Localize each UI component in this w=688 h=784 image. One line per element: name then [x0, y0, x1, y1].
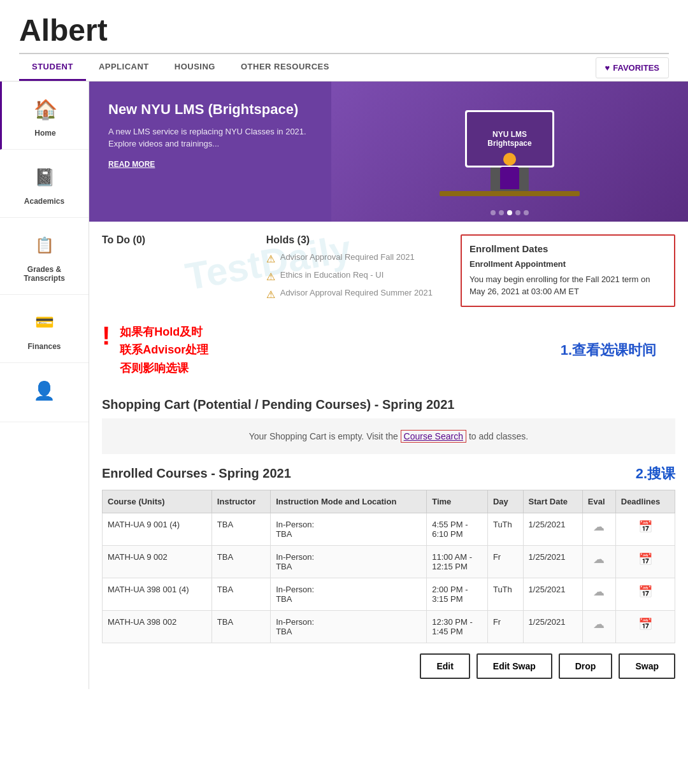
col-eval: Eval — [582, 490, 615, 513]
cell-day-3: Fr — [487, 610, 523, 643]
banner-description: A new LMS service is replacing NYU Class… — [108, 125, 312, 150]
sidebar-item-grades[interactable]: 📋 Grades &Transcripts — [0, 218, 89, 295]
warning-icon-3: ⚠ — [266, 289, 275, 301]
hold-line3: 否则影响选课 — [120, 359, 208, 378]
shopping-cart-title: Shopping Cart (Potential / Pending Cours… — [89, 387, 688, 418]
banner: New NYU LMS (Brightspace) A new LMS serv… — [89, 82, 688, 222]
sidebar-item-home[interactable]: 🏠 Home — [0, 82, 89, 150]
exclamation-icon: ! — [102, 323, 110, 348]
cell-time-0: 4:55 PM -6:10 PM — [427, 513, 488, 545]
cell-eval-1: ☁ — [582, 545, 615, 578]
hold-item-1-text: Advisor Approval Required Fall 2021 — [280, 252, 415, 262]
hold-item-1: ⚠ Advisor Approval Required Fall 2021 — [266, 252, 448, 265]
banner-image-text1: NYU LMS — [487, 130, 531, 139]
banner-dot-3 — [507, 210, 512, 215]
table-row: MATH-UA 9 002 TBA In-Person:TBA 11:00 AM… — [103, 545, 675, 578]
table-row: MATH-UA 398 001 (4) TBA In-Person:TBA 2:… — [103, 578, 675, 610]
col-instructor: Instructor — [211, 490, 270, 513]
cell-day-2: TuTh — [487, 578, 523, 610]
banner-text: New NYU LMS (Brightspace) A new LMS serv… — [89, 82, 331, 222]
cell-start-date-3: 1/25/2021 — [523, 610, 582, 643]
warning-icon-2: ⚠ — [266, 271, 275, 283]
cell-deadlines-2: 📅 — [615, 578, 675, 610]
empty-cart-text: Your Shopping Cart is empty. Visit the — [249, 431, 398, 441]
todo-title: To Do (0) — [102, 234, 254, 246]
banner-title: New NYU LMS (Brightspace) — [108, 101, 312, 119]
enrollment-box: Enrollment Dates Enrollment Appointment … — [461, 234, 675, 307]
col-start-date: Start Date — [523, 490, 582, 513]
heart-icon: ♥ — [605, 63, 610, 73]
enrollment-annotation-text: 1.查看选课时间 — [561, 339, 675, 361]
cell-course-2: MATH-UA 398 001 (4) — [103, 578, 212, 610]
empty-cart: Your Shopping Cart is empty. Visit the C… — [102, 418, 675, 454]
holds-box: Holds (3) ⚠ Advisor Approval Required Fa… — [266, 234, 448, 306]
banner-dot-2 — [499, 210, 504, 215]
sidebar-item-finances[interactable]: 💳 Finances — [0, 295, 89, 363]
profile-icon: 👤 — [29, 374, 61, 406]
main-layout: 🏠 Home 📓 Academics 📋 Grades &Transcripts… — [0, 82, 688, 689]
cell-instructor-3: TBA — [211, 610, 270, 643]
tab-student[interactable]: STUDENT — [19, 54, 86, 81]
col-mode: Instruction Mode and Location — [271, 490, 427, 513]
swap-button[interactable]: Swap — [619, 653, 675, 679]
banner-dot-1 — [491, 210, 496, 215]
cell-mode-1: In-Person:TBA — [271, 545, 427, 578]
action-buttons: Edit Edit Swap Drop Swap — [89, 643, 688, 689]
edit-button[interactable]: Edit — [420, 653, 469, 679]
tab-applicant[interactable]: APPLICANT — [86, 54, 162, 81]
sidebar-item-academics[interactable]: 📓 Academics — [0, 150, 89, 218]
cell-course-1: MATH-UA 9 002 — [103, 545, 212, 578]
enrollment-subtitle: Enrollment Appointment — [469, 258, 666, 271]
col-day: Day — [487, 490, 523, 513]
cell-time-1: 11:00 AM -12:15 PM — [427, 545, 488, 578]
info-section-wrapper: TestDaily To Do (0) Holds (3) ⚠ Advisor … — [89, 222, 688, 387]
col-time: Time — [427, 490, 488, 513]
empty-cart-suffix: to add classes. — [469, 431, 528, 441]
banner-image: NYU LMS Brightspace — [331, 82, 688, 222]
cell-deadlines-1: 📅 — [615, 545, 675, 578]
overlay-annotations: ! 如果有Hold及时 联系Advisor处理 否则影响选课 1.查看选课时间 — [89, 320, 688, 387]
tab-housing[interactable]: HOUSING — [162, 54, 228, 81]
cell-time-3: 12:30 PM -1:45 PM — [427, 610, 488, 643]
cell-day-1: Fr — [487, 545, 523, 578]
banner-image-text2: Brightspace — [487, 139, 531, 148]
banner-dot-5 — [524, 210, 529, 215]
tab-other-resources[interactable]: OTHER RESOURCES — [228, 54, 342, 81]
cell-mode-2: In-Person:TBA — [271, 578, 427, 610]
col-course: Course (Units) — [103, 490, 212, 513]
cell-instructor-0: TBA — [211, 513, 270, 545]
hold-item-2: ⚠ Ethics in Education Req - UI — [266, 270, 448, 283]
header: Albert — [0, 0, 688, 54]
search-annotation: 2.搜课 — [636, 464, 675, 483]
cell-eval-0: ☁ — [582, 513, 615, 545]
course-search-link[interactable]: Course Search — [401, 430, 466, 443]
content-area: New NYU LMS (Brightspace) A new LMS serv… — [89, 82, 688, 689]
banner-dot-4 — [515, 210, 520, 215]
cell-mode-3: In-Person:TBA — [271, 610, 427, 643]
enrollment-description: You may begin enrolling for the Fall 202… — [469, 273, 666, 298]
hold-annotation-text: 如果有Hold及时 联系Advisor处理 否则影响选课 — [120, 323, 208, 378]
enrollment-title: Enrollment Dates — [469, 243, 666, 254]
nav-tabs: STUDENT APPLICANT HOUSING OTHER RESOURCE… — [0, 54, 688, 82]
enrolled-courses-title: Enrolled Courses - Spring 2021 — [102, 466, 291, 481]
cell-day-0: TuTh — [487, 513, 523, 545]
favorites-button[interactable]: ♥ FAVORITES — [596, 57, 669, 78]
warning-icon-1: ⚠ — [266, 253, 275, 265]
hold-item-3-text: Advisor Approval Required Summer 2021 — [280, 288, 433, 297]
drop-button[interactable]: Drop — [559, 653, 613, 679]
cell-start-date-1: 1/25/2021 — [523, 545, 582, 578]
info-inner: To Do (0) Holds (3) ⚠ Advisor Approval R… — [89, 222, 688, 320]
sidebar-item-academics-label: Academics — [24, 197, 64, 206]
hold-line1: 如果有Hold及时 — [120, 323, 208, 341]
grades-icon: 📋 — [29, 229, 61, 261]
cell-instructor-1: TBA — [211, 545, 270, 578]
sidebar-item-profile[interactable]: 👤 — [0, 363, 89, 422]
edit-swap-button[interactable]: Edit Swap — [477, 653, 552, 679]
cell-eval-3: ☁ — [582, 610, 615, 643]
sidebar-item-finances-label: Finances — [27, 342, 61, 351]
cell-mode-0: In-Person:TBA — [271, 513, 427, 545]
academics-icon: 📓 — [29, 161, 61, 193]
sidebar: 🏠 Home 📓 Academics 📋 Grades &Transcripts… — [0, 82, 89, 689]
table-header-row: Course (Units) Instructor Instruction Mo… — [103, 490, 675, 513]
banner-read-more[interactable]: READ MORE — [108, 160, 155, 169]
